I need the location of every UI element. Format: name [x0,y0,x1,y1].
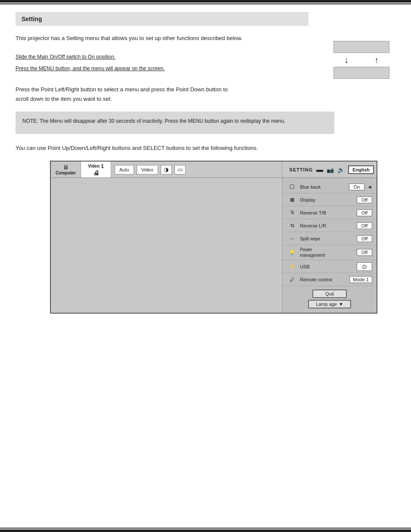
osd-topbar: 🖥 Computer Video 1 🖨 Auto [51,162,377,178]
setting-row-split-wipe[interactable]: ↔ Split wipe Off [283,232,377,245]
auto-btn[interactable]: Auto [115,165,134,174]
osd-tab-video[interactable]: Video 1 🖨 [81,162,111,177]
reverse-lr-label: Reverse L/R [300,223,354,228]
underline1: Slide the Main On/Off switch to On posit… [16,53,317,61]
second-text-block: You can use Point Up/Down/Left/Right but… [16,143,317,153]
setting-label: SETTING [290,167,313,172]
setting-row-reverse-lr[interactable]: ⇆ Reverse L/R Off [283,219,377,232]
auto-btn-label: Auto [119,167,129,172]
video-btn[interactable]: Video [137,165,158,174]
video-btn-label: Video [141,167,153,172]
arrow-up-icon: ↑ [374,56,379,64]
setting-row-usb[interactable]: ⚡ USB ⊙ [283,260,377,273]
info-box-text: NOTE: The Menu will disappear after 30 s… [22,118,286,124]
reverse-lr-value: Off [357,222,372,229]
video-icon: 🖨 [93,169,99,176]
computer-tab-label: Computer [56,171,76,175]
osd-right-panel: ☐ Blue back On ◄ ▦ Display Off ⇅ Rev [282,178,377,313]
diagram-arrows: ↓ ↑ [340,56,383,64]
contrast-icon: ◑ [164,166,168,173]
aspect-icon-btn[interactable]: ▭ [174,165,186,174]
camera-icon: 📷 [327,166,334,173]
reverse-tb-label: Reverse T/B [300,210,354,215]
usb-icon: ⚡ [287,264,297,269]
remote-label: Remote control [300,277,347,282]
arrow-down-icon: ↓ [344,56,349,64]
screen-icon: ▬ [316,166,323,174]
usb-value: ⊙ [357,262,372,271]
osd-left-panel [51,178,282,313]
diagram-box-top [333,41,389,53]
paragraph3: Press the Point Left/Right button to sel… [16,85,317,94]
remote-icon: 🖊 [287,277,297,282]
setting-row-remote[interactable]: 🖊 Remote control Mode 1 [283,273,377,286]
setting-row-display[interactable]: ▦ Display Off [283,193,377,206]
bottom-border-thin [0,528,411,529]
speaker-icon: 🔊 [337,166,345,173]
osd-tab-computer[interactable]: 🖥 Computer [51,162,81,177]
osd-body: ☐ Blue back On ◄ ▦ Display Off ⇅ Rev [51,178,377,313]
video-tab-label: Video [88,164,100,168]
header-box-text: Setting [22,16,42,22]
video-tab-num: 1 [101,163,104,169]
reverse-tb-icon: ⇅ [287,210,297,215]
blue-back-icon: ☐ [287,184,297,190]
blue-back-value: On [349,184,364,190]
power-icon: 💡 [287,250,297,255]
diagram-area: ↓ ↑ [333,41,389,79]
aspect-icon: ▭ [177,166,183,173]
contrast-icon-btn[interactable]: ◑ [161,165,172,174]
lamp-age-label: Lamp age [316,302,337,307]
osd-menu: 🖥 Computer Video 1 🖨 Auto [50,161,377,314]
lamp-age-btn[interactable]: Lamp age ▼ [308,300,351,308]
split-wipe-label: Split wipe [300,236,354,241]
blue-back-label: Blue back [300,184,346,190]
setting-row-blue-back[interactable]: ☐ Blue back On ◄ [283,180,377,193]
info-box: NOTE: The Menu will disappear after 30 s… [16,112,334,134]
blue-back-arrow: ◄ [367,184,372,190]
bottom-border-thick [0,529,411,532]
header-box: Setting [16,12,308,26]
power-mgmt-label: Powermanagement [300,247,354,258]
diagram-box-bottom [333,67,389,79]
quit-btn-label: Quit [325,291,334,296]
quit-btn[interactable]: Quit [312,289,347,298]
usb-label: USB [300,264,354,269]
paragraph1: This projector has a Setting menu that a… [16,34,317,43]
second-paragraph1: You can use Point Up/Down/Left/Right but… [16,143,317,153]
osd-mid: Auto Video ◑ ▭ [111,162,282,177]
paragraph4: scroll down to the item you want to set. [16,94,317,104]
underline2: Press the MENU button, and the menu will… [16,64,317,73]
display-value: Off [357,196,372,203]
display-icon: ▦ [287,197,297,202]
lamp-age-arrow: ▼ [339,302,343,307]
reverse-lr-icon: ⇆ [287,223,297,228]
lang-btn-label: English [352,167,370,172]
osd-container: 🖥 Computer Video 1 🖨 Auto [50,161,386,314]
split-wipe-icon: ↔ [287,236,297,241]
osd-right-section: SETTING ▬ 📷 🔊 English [282,162,377,177]
lang-btn[interactable]: English [348,165,374,174]
power-mgmt-value: Off [357,249,372,256]
setting-row-reverse-tb[interactable]: ⇅ Reverse T/B Off [283,206,377,219]
remote-value: Mode 1 [349,276,372,283]
main-text-block: This projector has a Setting menu that a… [16,34,317,104]
computer-icon: 🖥 [63,164,69,171]
display-label: Display [300,197,354,202]
split-wipe-value: Off [357,235,372,242]
setting-row-power-mgmt[interactable]: 💡 Powermanagement Off [283,245,377,260]
reverse-tb-value: Off [357,209,372,216]
